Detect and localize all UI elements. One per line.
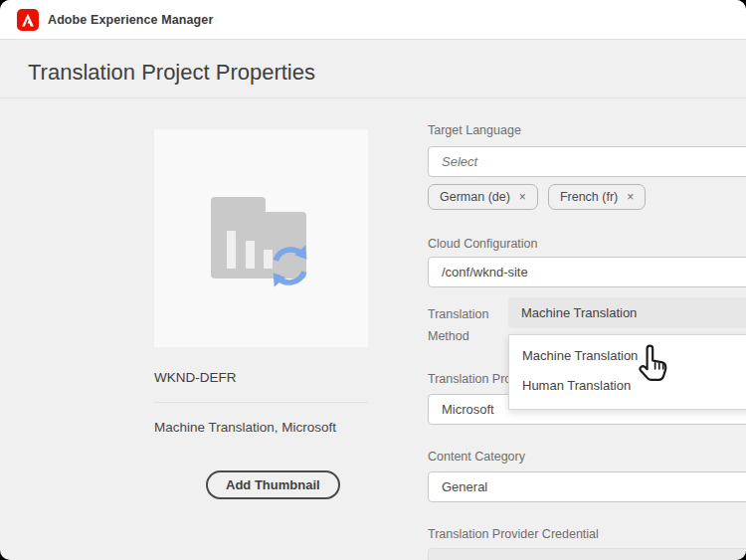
content-category-input[interactable]: General (428, 471, 746, 502)
sync-arrows-icon (265, 241, 315, 291)
target-language-placeholder: Select (442, 154, 477, 169)
dropdown-option-machine-translation[interactable]: Machine Translation (509, 341, 746, 371)
target-language-label: Target Language (428, 123, 521, 137)
add-thumbnail-button[interactable]: Add Thumbnail (206, 470, 340, 499)
left-divider (154, 402, 368, 403)
cloud-configuration-input[interactable]: /conf/wknd-site (428, 257, 746, 287)
aem-window: Adobe Experience Manager Translation Pro… (0, 0, 746, 560)
remove-tag-icon[interactable]: × (627, 190, 634, 204)
language-tag-german[interactable]: German (de) × (428, 184, 538, 210)
title-divider (0, 97, 746, 98)
translation-method-label: Translation Method (428, 303, 507, 347)
project-name: WKND-DEFR (154, 370, 237, 385)
dropdown-option-human-translation[interactable]: Human Translation (509, 371, 746, 401)
page-title: Translation Project Properties (28, 60, 315, 86)
project-summary: Machine Translation, Microsoft (154, 420, 336, 435)
cloud-configuration-label: Cloud Configuration (428, 237, 538, 251)
target-language-tags: German (de) × French (fr) × (428, 184, 646, 210)
translation-provider-credential-label: Translation Provider Credential (428, 527, 599, 541)
adobe-logo-icon (17, 9, 39, 31)
top-bar: Adobe Experience Manager (0, 0, 746, 40)
translation-method-dropdown: Machine Translation Human Translation (508, 334, 746, 410)
thumbnail-card (154, 129, 368, 347)
content-category-label: Content Category (428, 450, 525, 464)
language-tag-french[interactable]: French (fr) × (548, 184, 646, 210)
remove-tag-icon[interactable]: × (519, 190, 526, 204)
translation-method-select[interactable]: Machine Translation (508, 297, 746, 328)
app-title: Adobe Experience Manager (48, 0, 213, 40)
target-language-select[interactable]: Select (428, 146, 746, 177)
translation-provider-credential-input[interactable] (428, 548, 746, 560)
